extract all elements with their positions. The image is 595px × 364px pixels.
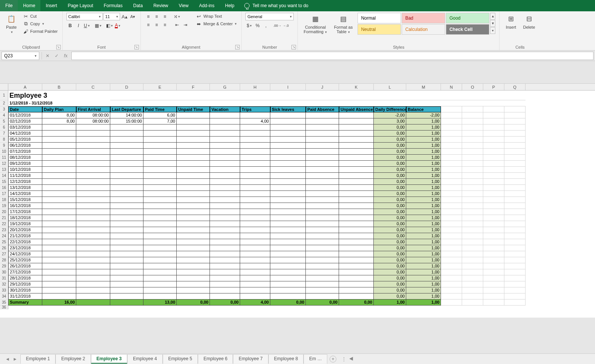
cell[interactable] <box>210 239 240 245</box>
cell[interactable] <box>210 155 240 161</box>
cell[interactable] <box>76 215 110 221</box>
cell[interactable] <box>240 173 270 179</box>
cell[interactable] <box>441 215 462 221</box>
cell[interactable]: 06/12/2018 <box>8 143 42 149</box>
cell[interactable] <box>270 100 306 106</box>
cell[interactable]: 1,00 <box>406 124 441 131</box>
col-header-H[interactable]: H <box>240 84 270 90</box>
cell[interactable] <box>240 112 270 118</box>
cell[interactable]: 0,00 <box>270 299 306 306</box>
cell[interactable] <box>306 197 339 203</box>
cell[interactable] <box>143 221 177 227</box>
cell[interactable]: Summary <box>8 299 42 306</box>
cell[interactable] <box>270 143 306 149</box>
cell[interactable] <box>76 167 110 173</box>
cell[interactable] <box>306 251 339 257</box>
cell[interactable] <box>462 287 483 293</box>
cell[interactable]: -2,00 <box>374 112 406 118</box>
cell[interactable]: 08:00:00 <box>76 118 110 124</box>
cell[interactable] <box>210 149 240 155</box>
cell[interactable] <box>462 263 483 269</box>
cell[interactable] <box>110 233 143 239</box>
cell[interactable]: Daily Difference <box>374 106 406 112</box>
cell[interactable] <box>441 100 462 106</box>
cell[interactable] <box>306 149 339 155</box>
cell[interactable]: 4,00 <box>240 118 270 124</box>
col-header-F[interactable]: F <box>177 84 210 90</box>
row-header-11[interactable]: 11 <box>0 155 8 161</box>
cell[interactable] <box>504 293 526 299</box>
cell[interactable] <box>339 137 374 143</box>
cell[interactable] <box>110 263 143 269</box>
cell[interactable] <box>339 112 374 118</box>
cell[interactable] <box>143 281 177 287</box>
cell[interactable] <box>76 221 110 227</box>
insert-cells-button[interactable]: ⊞Insert <box>503 13 518 30</box>
cell[interactable] <box>306 137 339 143</box>
cell[interactable] <box>483 100 504 106</box>
cell[interactable] <box>462 257 483 263</box>
cell[interactable] <box>483 112 504 118</box>
cell[interactable]: 1,00 <box>406 233 441 239</box>
cell[interactable] <box>110 124 143 131</box>
cell[interactable] <box>339 245 374 251</box>
cell[interactable] <box>270 161 306 167</box>
cell[interactable] <box>240 179 270 185</box>
cell[interactable] <box>270 173 306 179</box>
cell[interactable]: 09/12/2018 <box>8 161 42 167</box>
cell[interactable] <box>504 191 526 197</box>
cell[interactable] <box>143 185 177 191</box>
cell[interactable] <box>306 100 339 106</box>
cell[interactable] <box>210 251 240 257</box>
cell[interactable] <box>210 275 240 281</box>
row-header-26[interactable]: 26 <box>0 245 8 251</box>
cell[interactable] <box>143 100 177 106</box>
cell[interactable]: 30/12/2018 <box>8 287 42 293</box>
cell[interactable] <box>240 143 270 149</box>
cell[interactable] <box>462 275 483 281</box>
cell[interactable]: 0,00 <box>177 299 210 306</box>
cell[interactable] <box>504 233 526 239</box>
cell[interactable] <box>143 197 177 203</box>
cell[interactable] <box>504 215 526 221</box>
cell[interactable] <box>240 167 270 173</box>
align-top-button[interactable]: ≡ <box>145 13 152 20</box>
row-header-2[interactable]: 2 <box>0 100 8 106</box>
cell[interactable] <box>504 167 526 173</box>
cell[interactable]: 1,00 <box>406 137 441 143</box>
cell[interactable] <box>504 299 526 306</box>
cell[interactable] <box>306 161 339 167</box>
cell[interactable] <box>270 239 306 245</box>
cell[interactable] <box>306 233 339 239</box>
cell[interactable] <box>462 91 483 100</box>
cell[interactable] <box>483 233 504 239</box>
cell[interactable] <box>143 137 177 143</box>
cell[interactable] <box>76 185 110 191</box>
cell[interactable]: 0,00 <box>374 263 406 269</box>
cell[interactable] <box>504 263 526 269</box>
row-header-7[interactable]: 7 <box>0 131 8 137</box>
cell[interactable] <box>177 191 210 197</box>
bold-button[interactable]: B <box>66 22 74 29</box>
cell[interactable]: 1,00 <box>406 257 441 263</box>
cell[interactable] <box>339 143 374 149</box>
cell[interactable] <box>483 137 504 143</box>
col-header-O[interactable]: O <box>462 84 483 90</box>
cell[interactable] <box>504 100 526 106</box>
cell[interactable]: Unpaid Time <box>177 106 210 112</box>
cell[interactable]: 0,00 <box>374 215 406 221</box>
cell[interactable]: 1,00 <box>406 185 441 191</box>
grow-font-button[interactable]: A▴ <box>121 13 128 20</box>
sheet-tab-employee-5[interactable]: Employee 5 <box>163 354 198 364</box>
cancel-formula-icon[interactable]: ✕ <box>44 53 51 58</box>
cell[interactable] <box>42 173 76 179</box>
cell[interactable] <box>76 124 110 131</box>
cell[interactable] <box>240 215 270 221</box>
cell[interactable]: 1,00 <box>406 251 441 257</box>
cell[interactable]: 14:00:00 <box>110 112 143 118</box>
tab-nav-next[interactable]: ► <box>13 356 17 362</box>
tab-nav-prev[interactable]: ◄ <box>5 356 10 362</box>
cell[interactable] <box>76 149 110 155</box>
cell[interactable] <box>483 275 504 281</box>
cell[interactable] <box>240 209 270 215</box>
